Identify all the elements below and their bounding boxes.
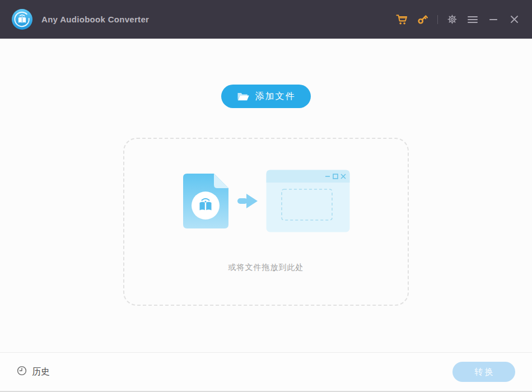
key-icon[interactable] <box>416 13 429 26</box>
settings-gear-icon[interactable] <box>445 13 459 26</box>
drop-zone[interactable]: 或将文件拖放到此处 <box>123 138 409 306</box>
transfer-arrow-icon <box>237 192 258 212</box>
footer-bar: 历史 转换 <box>0 352 532 391</box>
minimize-icon[interactable] <box>487 13 500 26</box>
menu-icon[interactable] <box>466 13 479 26</box>
app-window: Any Audiobook Converter <box>0 0 532 392</box>
history-label: 历史 <box>32 366 50 378</box>
history-button[interactable]: 历史 <box>17 366 50 378</box>
app-identity: Any Audiobook Converter <box>11 8 149 30</box>
clock-icon <box>17 366 27 378</box>
add-files-button[interactable]: 添加文件 <box>221 85 311 108</box>
header-actions <box>388 13 521 26</box>
header-divider <box>437 15 438 24</box>
drop-illustration <box>183 170 350 235</box>
convert-button[interactable]: 转换 <box>452 362 515 382</box>
content-area: 添加文件 <box>0 39 532 352</box>
app-window-illustration <box>266 170 350 235</box>
add-files-label: 添加文件 <box>255 91 296 102</box>
cart-icon[interactable] <box>395 13 408 26</box>
open-folder-icon <box>237 91 250 102</box>
app-logo-icon <box>11 8 33 30</box>
audiobook-file-icon <box>183 173 229 231</box>
close-icon[interactable] <box>507 13 521 26</box>
title-bar: Any Audiobook Converter <box>0 0 532 39</box>
drop-hint-text: 或将文件拖放到此处 <box>228 263 304 273</box>
app-title: Any Audiobook Converter <box>41 15 149 24</box>
